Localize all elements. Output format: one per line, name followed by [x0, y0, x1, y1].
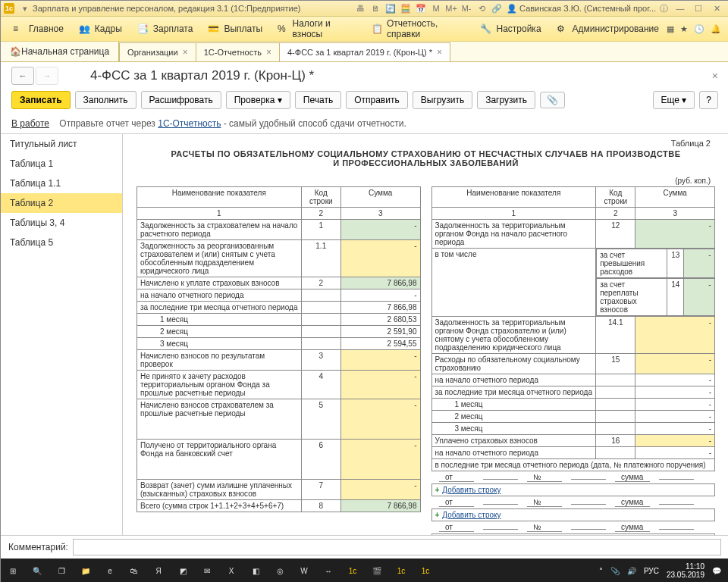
document-area: Таблица 2 РАСЧЕТЫ ПО ОБЯЗАТЕЛЬНОМУ СОЦИА… [123, 134, 728, 535]
store-icon[interactable]: 🛍 [122, 559, 146, 582]
1c-icon[interactable]: 1c [340, 559, 365, 582]
plus-icon[interactable]: + [435, 486, 440, 494]
apps-icon[interactable]: ▦ [667, 24, 674, 34]
1c2-icon[interactable]: 1c [389, 559, 413, 582]
star-icon[interactable]: ★ [680, 24, 688, 34]
app2-icon[interactable]: ◧ [243, 559, 268, 582]
yandex-icon[interactable]: Я [146, 559, 171, 582]
bell-icon[interactable]: 🔔 [711, 24, 721, 34]
nav-forward-button[interactable]: → [36, 67, 58, 85]
side-table2[interactable]: Таблица 2 [1, 193, 122, 213]
side-table5[interactable]: Таблица 5 [1, 233, 122, 252]
tray-up-icon[interactable]: ˄ [599, 567, 603, 575]
tab-home[interactable]: 🏠 Начальная страница [1, 42, 119, 61]
close-icon[interactable]: ✕ [709, 2, 724, 14]
menu-admin[interactable]: ⚙Администрирование [549, 17, 667, 41]
toolbar: Записать Заполнить Расшифровать Проверка… [1, 88, 728, 115]
tab-close-icon[interactable]: × [266, 47, 271, 58]
side-nav: Титульный лист Таблица 1 Таблица 1.1 Таб… [1, 134, 123, 535]
more-button[interactable]: Еще ▾ [653, 91, 695, 109]
user-icon: 👤 [506, 2, 518, 14]
left-table: Наименование показателяКод строкиСумма 1… [136, 186, 421, 512]
menu-settings[interactable]: 🔧Настройка [472, 17, 548, 41]
save-button[interactable]: Записать [11, 91, 71, 109]
doc-icon[interactable]: 🗎 [369, 2, 381, 14]
teamviewer-icon[interactable]: ↔ [316, 559, 340, 582]
page-close-icon[interactable]: × [712, 70, 718, 82]
table-label: Таблица 2 [671, 139, 711, 148]
menu-personnel[interactable]: 👥Кадры [71, 17, 130, 41]
nav-back-button[interactable]: ← [11, 67, 34, 85]
taskview-icon[interactable]: ❐ [49, 559, 74, 582]
taskbar: ⊞ 🔍 ❐ 📁 e 🛍 Я ◩ ✉ X ◧ ◎ W ↔ 1c 🎬 1c 1c ˄… [1, 559, 728, 582]
tab-1c-reporting[interactable]: 1С-Отчетность× [196, 42, 280, 61]
menu-home[interactable]: ≡Главное [5, 17, 71, 41]
history-icon[interactable]: 🕓 [694, 24, 704, 34]
minimize-icon[interactable]: — [673, 2, 688, 14]
back-icon[interactable]: ⟲ [475, 2, 488, 14]
tab-close-icon[interactable]: × [437, 47, 442, 58]
tabs-row: 🏠 Начальная страница Организации× 1С-Отч… [1, 42, 728, 62]
calc-icon[interactable]: 🧮 [400, 2, 412, 14]
info-icon[interactable]: ⓘ [657, 2, 670, 14]
add-row-link[interactable]: Добавить строку [442, 486, 500, 494]
check-button[interactable]: Проверка ▾ [226, 91, 290, 109]
tray-clip-icon[interactable]: 📎 [610, 567, 620, 575]
print-button[interactable]: Печать [295, 91, 341, 109]
chrome-icon[interactable]: ◎ [268, 559, 292, 582]
word-icon[interactable]: W [292, 559, 316, 582]
calendar-icon[interactable]: 📅 [415, 2, 427, 14]
load-button[interactable]: Загрузить [477, 91, 535, 109]
side-table11[interactable]: Таблица 1.1 [1, 174, 122, 193]
menu-payments[interactable]: 💳Выплаты [200, 17, 270, 41]
comment-row: Комментарий: [1, 535, 728, 559]
window-edition: (1С:Предприятие) [231, 4, 300, 13]
menu-salary[interactable]: 📑Зарплата [130, 17, 201, 41]
doc-heading: РАСЧЕТЫ ПО ОБЯЗАТЕЛЬНОМУ СОЦИАЛЬНОМУ СТР… [167, 149, 685, 167]
add-row-link[interactable]: Добавить строку [442, 511, 500, 519]
1c-report-link[interactable]: 1С-Отчетность [158, 118, 221, 129]
tab-close-icon[interactable]: × [183, 47, 188, 58]
export-button[interactable]: Выгрузить [413, 91, 473, 109]
tray-clock[interactable]: 11:1023.05.2019 [667, 562, 704, 579]
side-table1[interactable]: Таблица 1 [1, 154, 122, 174]
refresh-icon[interactable]: 🔄 [384, 2, 397, 14]
plus-icon[interactable]: + [435, 511, 440, 519]
side-title[interactable]: Титульный лист [1, 134, 122, 154]
video-icon[interactable]: 🎬 [365, 559, 389, 582]
status-link[interactable]: В работе [11, 118, 49, 129]
tray-notif-icon[interactable]: 💬 [712, 567, 721, 575]
outlook-icon[interactable]: ✉ [195, 559, 219, 582]
tab-4fss[interactable]: 4-ФСС за 1 квартал 2019 г. (Крон-Ц) *× [279, 42, 450, 61]
menu-taxes[interactable]: %Налоги и взносы [270, 17, 364, 41]
attach-button[interactable]: 📎 [540, 92, 565, 108]
menu-reports[interactable]: 📋Отчетность, справки [364, 17, 472, 41]
app-icon: 1c [4, 3, 14, 14]
mminus-icon[interactable]: M- [460, 2, 472, 14]
print-icon[interactable]: 🖶 [354, 2, 366, 14]
comment-label: Комментарий: [8, 542, 68, 552]
link-icon[interactable]: 🔗 [491, 2, 503, 14]
fill-button[interactable]: Заполнить [75, 91, 136, 109]
window-titlebar: 1c ▾ Зарплата и управление персоналом, р… [1, 1, 728, 17]
tab-organizations[interactable]: Организации× [119, 42, 196, 61]
comment-input[interactable] [73, 539, 721, 555]
send-button[interactable]: Отправить [346, 91, 408, 109]
tray-vol-icon[interactable]: 🔊 [627, 567, 636, 575]
m-icon[interactable]: M [430, 2, 442, 14]
app1-icon[interactable]: ◩ [171, 559, 195, 582]
search-icon[interactable]: 🔍 [25, 559, 49, 582]
maximize-icon[interactable]: ☐ [691, 2, 706, 14]
dropdown-icon[interactable]: ▾ [19, 2, 31, 14]
explorer-icon[interactable]: 📁 [74, 559, 98, 582]
help-button[interactable]: ? [699, 91, 718, 109]
edge-icon[interactable]: e [98, 559, 122, 582]
window-title: Зарплата и управление персоналом, редакц… [33, 4, 228, 13]
1c3-icon[interactable]: 1c [413, 559, 438, 582]
decode-button[interactable]: Расшифровать [141, 91, 221, 109]
tray-lang[interactable]: РУС [644, 567, 659, 575]
start-button[interactable]: ⊞ [1, 559, 25, 582]
side-table34[interactable]: Таблицы 3, 4 [1, 213, 122, 233]
mplus-icon[interactable]: M+ [445, 2, 457, 14]
excel-icon[interactable]: X [219, 559, 243, 582]
